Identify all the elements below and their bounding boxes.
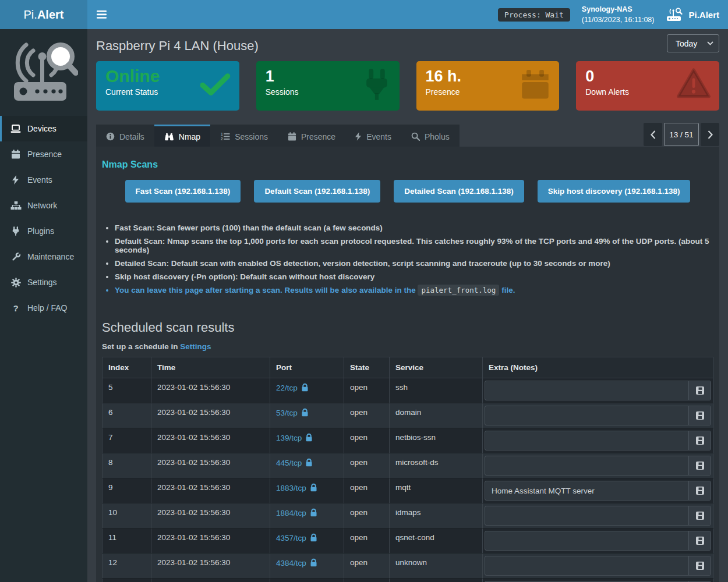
note-save-button[interactable] — [688, 406, 711, 425]
cell-port: 445/tcp — [270, 453, 344, 478]
sidebar-item-label: Settings — [27, 278, 57, 287]
sidebar-item-maintenance[interactable]: Maintenance — [0, 244, 87, 269]
cell-state: open — [344, 528, 390, 553]
tab-label: Nmap — [179, 132, 200, 141]
lock-icon — [301, 408, 309, 417]
binoculars-icon — [164, 133, 174, 141]
search-icon — [411, 132, 420, 141]
note-input[interactable] — [485, 406, 688, 425]
fast-scan-button[interactable]: Fast Scan (192.168.1.138) — [125, 180, 241, 203]
tab-presence[interactable]: Presence — [278, 125, 345, 147]
card-current-status[interactable]: Online Current Status — [96, 61, 239, 111]
router-scan-logo — [9, 39, 78, 104]
sidebar-toggle-button[interactable] — [87, 0, 115, 29]
note-save-button[interactable] — [688, 531, 711, 550]
card-down-alerts[interactable]: 0 Down Alerts — [576, 61, 719, 111]
settings-link[interactable]: Settings — [180, 342, 211, 351]
note-input[interactable] — [485, 556, 688, 575]
tab-details[interactable]: Details — [96, 125, 154, 147]
sidebar-item-network[interactable]: Network — [0, 193, 87, 218]
note-save-button[interactable] — [688, 381, 711, 400]
tab-sessions[interactable]: 1 2 Sessions — [210, 125, 278, 147]
bolt-icon — [355, 132, 362, 141]
tabstrip: Details Nmap 1 2 — [96, 125, 719, 147]
save-icon — [695, 461, 705, 470]
cell-extra-notes — [483, 579, 713, 582]
port-link[interactable]: 22/tcp — [276, 384, 298, 392]
sidebar-item-events[interactable]: Events — [0, 167, 87, 193]
note-save-button[interactable] — [688, 431, 711, 450]
bullet-default-scan: Default Scan: Nmap scans the top 1,000 p… — [115, 237, 713, 254]
bullet-log-note: You can leave this page after starting a… — [115, 286, 713, 294]
table-row: 5 2023-01-02 15:56:30 22/tcp open ssh — [103, 378, 713, 403]
note-input[interactable] — [485, 531, 688, 550]
note-input[interactable] — [485, 506, 688, 525]
header-port: Port — [270, 357, 344, 378]
note-input[interactable] — [485, 481, 688, 500]
cell-time: 2023-01-02 15:56:30 — [151, 428, 270, 453]
port-link[interactable]: 4384/tcp — [276, 559, 306, 567]
topbar-right: Process: Wait Synology-NAS (11/03/2023, … — [498, 4, 719, 25]
pager-next-button[interactable] — [701, 123, 719, 146]
brand-prefix: Pi. — [24, 8, 37, 22]
cell-service: ssh — [390, 378, 483, 403]
cell-service: microsoft-ds — [390, 453, 483, 478]
sidebar-logo — [0, 29, 87, 116]
tab-nmap[interactable]: Nmap — [154, 125, 210, 147]
tab-events[interactable]: Events — [345, 125, 401, 147]
note-input[interactable] — [485, 431, 688, 450]
host-timestamp: (11/03/2023, 16:11:08) — [582, 15, 655, 25]
sidebar-item-devices[interactable]: Devices — [0, 116, 87, 141]
tab-label: Presence — [301, 132, 335, 141]
note-save-button[interactable] — [688, 556, 711, 575]
cell-time: 2023-01-02 15:56:30 — [151, 453, 270, 478]
calendar-icon — [520, 68, 550, 101]
sidebar-item-label: Devices — [27, 124, 56, 133]
sidebar-item-help-faq[interactable]: ? Help / FAQ — [0, 295, 87, 321]
cell-state: open — [344, 503, 390, 528]
tab-pholus[interactable]: Pholus — [401, 125, 460, 147]
note-input[interactable] — [485, 456, 688, 475]
pager-prev-button[interactable] — [644, 123, 662, 146]
port-link[interactable]: 1884/tcp — [276, 509, 306, 517]
port-link[interactable]: 4357/tcp — [276, 534, 306, 542]
table-row: 11 2023-01-02 15:56:30 4357/tcp open qsn… — [103, 528, 713, 553]
sidebar-item-presence[interactable]: Presence — [0, 141, 87, 167]
detailed-scan-button[interactable]: Detailed Scan (192.168.1.138) — [394, 180, 524, 203]
scan-descriptions: Fast Scan: Scan fewer ports (100) than t… — [115, 223, 713, 294]
port-link[interactable]: 53/tcp — [276, 409, 298, 417]
sidebar-item-plugins[interactable]: Plugins — [0, 218, 87, 244]
cell-service: netbios-ssn — [390, 428, 483, 453]
note-save-button[interactable] — [688, 456, 711, 475]
lock-icon — [305, 433, 313, 442]
note-save-button[interactable] — [688, 481, 711, 500]
port-link[interactable]: 139/tcp — [276, 434, 302, 442]
cell-index: 7 — [103, 428, 151, 453]
cell-service: polipo — [390, 579, 483, 582]
note-input[interactable] — [485, 381, 688, 400]
port-link[interactable]: 1883/tcp — [276, 484, 306, 492]
wrench-icon — [11, 252, 21, 262]
cell-state: open — [344, 579, 390, 582]
sitemap-icon — [10, 201, 22, 210]
port-link[interactable]: 445/tcp — [276, 459, 302, 467]
default-scan-button[interactable]: Default Scan (192.168.1.138) — [254, 180, 380, 203]
list-ol-icon: 1 2 — [220, 132, 230, 141]
note-save-button[interactable] — [688, 506, 711, 525]
cell-index: 5 — [103, 378, 151, 403]
log-note-prefix: You can leave this page after starting a… — [115, 286, 416, 294]
skip-host-discovery-button[interactable]: Skip host discovery (192.168.1.138) — [538, 180, 691, 203]
period-select[interactable]: Today — [667, 34, 719, 52]
cell-extra-notes — [483, 403, 713, 428]
chevron-left-icon — [651, 130, 656, 139]
brand-logo[interactable]: Pi.Alert — [0, 0, 87, 29]
card-sessions[interactable]: 1 Sessions — [256, 61, 400, 111]
cell-service: idmaps — [390, 503, 483, 528]
table-row: 8 2023-01-02 15:56:30 445/tcp open micro… — [103, 453, 713, 478]
sidebar-item-settings[interactable]: Settings — [0, 269, 87, 295]
tab-label: Events — [366, 132, 391, 141]
bolt-icon — [12, 175, 19, 184]
log-note-suffix: file. — [501, 286, 515, 294]
app-chip[interactable]: Pi.Alert — [666, 8, 719, 22]
card-presence[interactable]: 16 h. Presence — [416, 61, 560, 111]
